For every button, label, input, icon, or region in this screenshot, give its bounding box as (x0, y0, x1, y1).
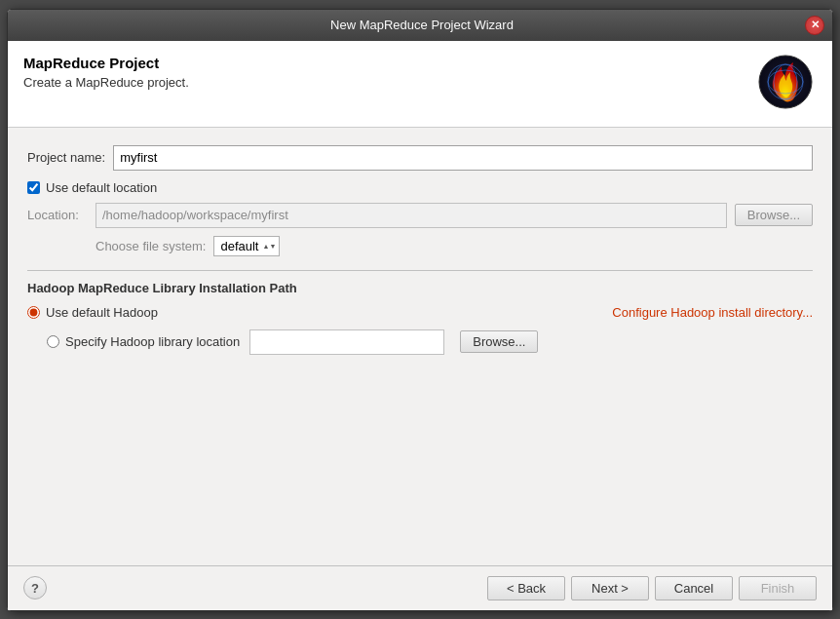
title-bar: New MapReduce Project Wizard ✕ (8, 10, 832, 41)
section-divider (27, 270, 813, 271)
use-default-location-row: Use default location (27, 180, 813, 195)
next-button[interactable]: Next > (571, 576, 649, 600)
configure-hadoop-link[interactable]: Configure Hadoop install directory... (612, 305, 813, 320)
header-section: MapReduce Project Create a MapReduce pro… (8, 41, 832, 128)
project-name-row: Project name: (27, 145, 813, 171)
hadoop-library-browse-button[interactable]: Browse... (460, 330, 538, 353)
dialog-window: New MapReduce Project Wizard ✕ MapReduce… (7, 9, 833, 611)
use-default-hadoop-label: Use default Hadoop (46, 305, 158, 320)
header-subtitle: Create a MapReduce project. (23, 75, 189, 90)
use-default-location-label: Use default location (46, 180, 157, 195)
location-input (95, 203, 727, 228)
filesystem-select[interactable]: default (213, 236, 280, 256)
specify-hadoop-library-row: Specify Hadoop library location Browse..… (27, 329, 813, 355)
specify-hadoop-library-label: Specify Hadoop library location (65, 334, 240, 349)
footer-left: ? (23, 576, 47, 600)
location-label: Location: (27, 208, 88, 222)
content-area: MapReduce Project Create a MapReduce pro… (8, 41, 832, 610)
close-button[interactable]: ✕ (805, 16, 824, 35)
filesystem-row: Choose file system: default (27, 236, 813, 256)
header-icon (758, 55, 817, 113)
filesystem-select-wrapper[interactable]: default (213, 236, 280, 256)
filesystem-label: Choose file system: (95, 239, 206, 253)
location-browse-button[interactable]: Browse... (735, 204, 813, 226)
footer-right: < Back Next > Cancel Finish (487, 576, 817, 600)
finish-button[interactable]: Finish (739, 576, 817, 600)
use-default-hadoop-row: Use default Hadoop Configure Hadoop inst… (27, 305, 813, 320)
hadoop-library-input[interactable] (249, 329, 444, 355)
footer: ? < Back Next > Cancel Finish (8, 565, 832, 610)
dialog-title: New MapReduce Project Wizard (39, 18, 805, 32)
location-row: Location: Browse... (27, 203, 813, 228)
header-text: MapReduce Project Create a MapReduce pro… (23, 55, 189, 90)
use-default-hadoop-radio[interactable] (27, 306, 40, 319)
help-button[interactable]: ? (23, 576, 47, 600)
header-title: MapReduce Project (23, 55, 189, 71)
back-button[interactable]: < Back (487, 576, 565, 600)
library-section-title: Hadoop MapReduce Library Installation Pa… (27, 281, 813, 295)
form-area: Project name: Use default location Locat… (8, 128, 832, 565)
project-name-label: Project name: (27, 150, 105, 165)
cancel-button[interactable]: Cancel (655, 576, 733, 600)
use-default-location-checkbox[interactable] (27, 181, 40, 194)
specify-hadoop-library-radio[interactable] (47, 335, 59, 348)
project-name-input[interactable] (113, 145, 813, 171)
